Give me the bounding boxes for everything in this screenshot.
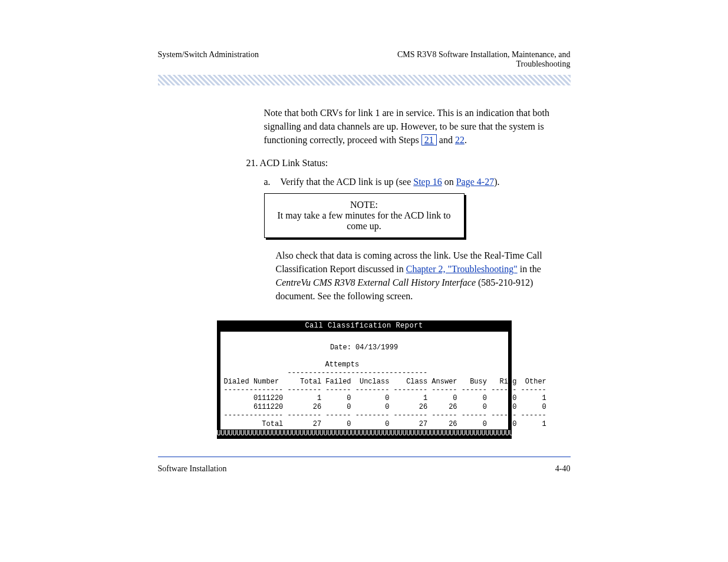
terminal-total: Total 27 0 0 27 26 0 0 1 bbox=[224, 420, 505, 428]
terminal-date: Date: 04/13/1999 bbox=[224, 343, 505, 352]
terminal-blank1 bbox=[224, 335, 505, 343]
terminal-body: Date: 04/13/1999 Attempts --------------… bbox=[219, 332, 509, 429]
intro-text: Note that both CRVs for link 1 are in se… bbox=[264, 108, 550, 145]
terminal-attempts: Attempts bbox=[224, 361, 505, 369]
after-note-text2: in the bbox=[518, 264, 541, 274]
after-note-paragraph: Also check that data is coming across th… bbox=[276, 249, 553, 303]
step-a-text-end: ). bbox=[494, 177, 499, 187]
terminal-screenshot: Call Classification Report Date: 04/13/1… bbox=[217, 320, 512, 439]
step-16-link[interactable]: Step 16 bbox=[413, 177, 442, 187]
page-header: System/Switch Administration CMS R3V8 So… bbox=[158, 50, 571, 69]
section-21-label: 21. ACD Link Status: bbox=[246, 158, 571, 168]
page-link[interactable]: Page 4-27 bbox=[456, 177, 494, 187]
terminal-title: Call Classification Report bbox=[217, 320, 512, 331]
terminal-row2: 6111220 26 0 0 26 26 0 0 0 bbox=[224, 403, 505, 411]
footer-left: Software Installation bbox=[158, 464, 227, 474]
header-right: CMS R3V8 Software Installation, Maintena… bbox=[397, 50, 571, 69]
step-a-text-before: Verify that the ACD link is up (see bbox=[281, 177, 414, 187]
step-ref-21-link[interactable]: 21 bbox=[421, 134, 437, 146]
intro-period: . bbox=[465, 135, 467, 145]
intro-and: and bbox=[437, 135, 455, 145]
footer-rule bbox=[158, 457, 571, 457]
terminal-blank2 bbox=[224, 352, 505, 360]
book-title: CentreVu CMS R3V8 External Call History … bbox=[276, 277, 476, 287]
step-a-num: a. bbox=[264, 177, 275, 187]
step-a-row: a. Verify that the ACD link is up (see S… bbox=[264, 177, 571, 187]
note-text: It may take a few minutes for the ACD li… bbox=[277, 210, 450, 231]
decorative-bar bbox=[158, 75, 571, 85]
terminal-sep1: -------------- -------- ------ -------- … bbox=[224, 386, 505, 394]
step-a-body: Verify that the ACD link is up (see Step… bbox=[281, 177, 500, 187]
terminal-row1: 0111220 1 0 0 1 0 0 0 1 bbox=[224, 394, 505, 402]
header-left: System/Switch Administration bbox=[158, 50, 259, 59]
note-box: NOTE: It may take a few minutes for the … bbox=[264, 193, 465, 238]
terminal-sep2: -------------- -------- ------ -------- … bbox=[224, 411, 505, 419]
terminal-columns: Dialed Number Total Failed Unclass Class… bbox=[224, 378, 505, 386]
page-footer: Software Installation 4-40 bbox=[158, 464, 571, 474]
terminal-bottom-scroll: UUUUUUUUUUUUUUUUUUUUUUUUUUUUUUUUUUUUUUUU… bbox=[217, 429, 512, 438]
terminal-attempts-sep: --------------------------------- bbox=[224, 369, 505, 377]
chapter-link[interactable]: Chapter 2, "Troubleshooting" bbox=[406, 264, 518, 274]
step-ref-22-link[interactable]: 22 bbox=[455, 135, 465, 145]
footer-right: 4-40 bbox=[555, 464, 571, 474]
step-a-text-after: on bbox=[442, 177, 456, 187]
intro-paragraph: Note that both CRVs for link 1 are in se… bbox=[264, 106, 571, 147]
note-label: NOTE: bbox=[350, 200, 378, 210]
